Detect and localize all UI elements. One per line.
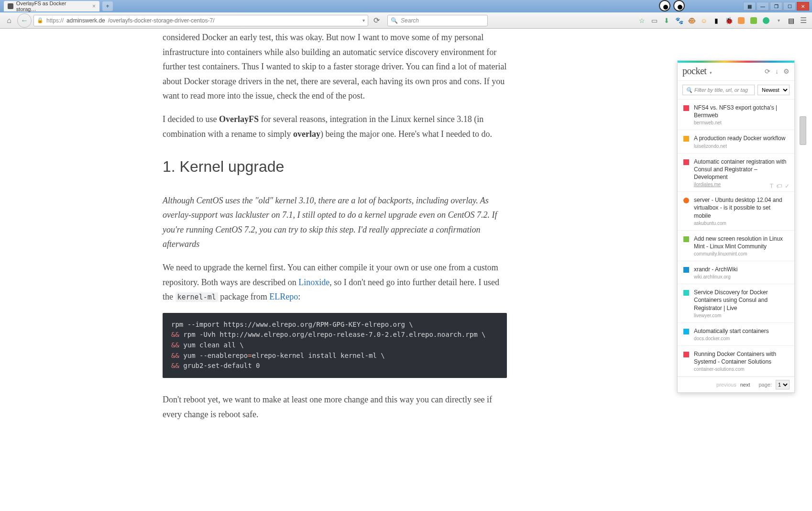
extension-icon-7[interactable] (750, 17, 757, 24)
downloads-button[interactable]: ⬇ (661, 15, 672, 26)
pocket-list-item[interactable]: NFS4 vs. NFS3 export gotcha's | Bermwebb… (678, 100, 794, 130)
new-tab-button[interactable]: + (102, 1, 113, 11)
article-para-2-note: Although CentOS uses the "old" kernel 3.… (163, 193, 507, 252)
pocket-list-item[interactable]: Add new screen resolution in Linux Mint … (678, 231, 794, 261)
article-para-1a: considered Docker an early test, this wa… (163, 30, 507, 103)
window-minimize-button[interactable]: — (757, 2, 769, 11)
navigation-toolbar: ⌂ ← 🔒 https://adminswerk.de/overlayfs-do… (0, 12, 812, 29)
pocket-filter-input[interactable]: 🔍 Filter by title, url, or tag (682, 85, 755, 95)
pocket-list-item[interactable]: Service Discovery for Docker Containers … (678, 284, 794, 323)
pocket-list-item[interactable]: Automatic container registration with Co… (678, 154, 794, 192)
pocket-logo: pocket ▾ (682, 66, 712, 77)
extension-icon-2[interactable]: 🐵 (686, 15, 697, 26)
article-body: considered Docker an early test, this wa… (163, 30, 507, 422)
window-restore-button[interactable]: ❐ (770, 2, 782, 11)
inline-code-kernel-ml: kernel-ml (176, 292, 218, 302)
pocket-item-title: NFS4 vs. NFS3 export gotcha's | Bermweb (694, 104, 789, 119)
url-path: /overlayfs-docker-storage-driver-centos-… (108, 17, 215, 24)
pocket-item-domain: community.linuxmint.com (694, 251, 789, 256)
pocket-footer: previous next page: 1 (678, 377, 794, 392)
extension-icon-5[interactable]: 🐞 (723, 15, 735, 26)
extension-icon-1[interactable]: 🐾 (673, 15, 685, 26)
pocket-sort-select[interactable]: Newest (757, 85, 790, 95)
code-block-kernel-install: rpm --import https://www.elrepo.org/RPM-… (163, 313, 507, 378)
tab-title: OverlayFS as Docker storag… (16, 0, 87, 12)
pocket-page-label: page: (758, 382, 772, 388)
page-content: considered Docker an early test, this wa… (0, 30, 812, 511)
pocket-item-swatch (683, 352, 689, 357)
pocket-header: pocket ▾ ⟳ ↓ ⚙ (678, 63, 794, 81)
reload-button[interactable]: ⟳ (370, 14, 383, 27)
home-button[interactable]: ⌂ (3, 14, 15, 27)
tab-groups-button[interactable]: ▦ (743, 2, 756, 11)
window-tab-strip: OverlayFS as Docker storag… × + ▦ — ❐ ☐ … (0, 0, 812, 12)
pocket-tag-icon[interactable]: 🏷 (776, 183, 782, 189)
extension-icon-6[interactable] (738, 17, 745, 24)
search-bar[interactable]: 🔍 Search (387, 15, 488, 26)
pocket-refresh-icon[interactable]: ⟳ (765, 67, 770, 75)
sidebar-button[interactable]: ▤ (785, 15, 797, 26)
extension-icon-8[interactable] (763, 17, 769, 24)
pocket-item-title: Automatic container registration with Co… (694, 158, 789, 181)
pocket-list-item[interactable]: server - Ubuntu desktop 12.04 and virtua… (678, 192, 794, 231)
pocket-settings-icon[interactable]: ⚙ (783, 67, 790, 75)
article-para-3: We need to upgrade the kernel first. You… (163, 260, 507, 304)
pocket-prev-link[interactable]: previous (716, 382, 736, 388)
pocket-page-select[interactable]: 1 (776, 380, 790, 389)
url-protocol: https:// (46, 17, 64, 24)
pocket-download-icon[interactable]: ↓ (775, 67, 779, 75)
tab-favicon (8, 3, 13, 9)
pocket-item-swatch (683, 198, 689, 203)
pocket-filter-row: 🔍 Filter by title, url, or tag Newest (678, 81, 794, 100)
article-para-1b: I decided to use OverlayFS for several r… (163, 112, 507, 141)
pocket-text-icon[interactable]: T (770, 183, 773, 189)
url-bar[interactable]: 🔒 https://adminswerk.de/overlayfs-docker… (33, 15, 368, 26)
extension-dropdown-icon[interactable]: ▾ (773, 15, 784, 26)
search-icon: 🔍 (686, 87, 692, 93)
scrollbar-thumb[interactable] (800, 116, 806, 145)
window-close-button[interactable]: ✕ (797, 2, 809, 11)
pocket-check-icon[interactable]: ✓ (785, 183, 790, 189)
article-heading-kernel-upgrade: 1. Kernel upgrade (163, 154, 507, 179)
url-domain: adminswerk.de (66, 17, 105, 24)
pocket-item-domain: bermweb.net (694, 120, 789, 125)
link-elrepo[interactable]: ELRepo (269, 292, 298, 301)
hamburger-menu-button[interactable]: ☰ (798, 15, 809, 26)
extension-icon-3[interactable]: ☺ (698, 15, 710, 26)
pocket-item-swatch (683, 267, 689, 273)
pocket-item-title: xrandr - ArchWiki (694, 266, 789, 273)
pocket-item-swatch (683, 105, 689, 111)
window-maximize-button[interactable]: ☐ (783, 2, 796, 11)
pocket-panel: pocket ▾ ⟳ ↓ ⚙ 🔍 Filter by title, url, o… (677, 60, 795, 393)
pocket-item-domain: livewyer.com (694, 313, 789, 318)
pocket-item-domain: askubuntu.com (694, 221, 789, 226)
pocket-item-domain: docs.docker.com (694, 336, 789, 341)
pocket-list-item[interactable]: Running Docker Containers with Systemd -… (678, 346, 794, 377)
pocket-list-item[interactable]: xrandr - ArchWikiwiki.archlinux.org (678, 261, 794, 284)
pocket-item-title: A production ready Docker workflow (694, 134, 789, 142)
link-linoxide[interactable]: Linoxide (298, 278, 329, 287)
bookmark-star-button[interactable]: ☆ (636, 15, 647, 26)
tab-close-icon[interactable]: × (92, 3, 96, 10)
pocket-item-title: Add new screen resolution in Linux Mint … (694, 235, 789, 250)
pocket-list: NFS4 vs. NFS3 export gotcha's | Bermwebb… (678, 100, 794, 377)
pocket-item-swatch (683, 290, 689, 296)
pocket-next-link[interactable]: next (740, 382, 750, 388)
pocket-item-title: Automatically start containers (694, 327, 789, 335)
article-para-4: Don't reboot yet, we want to make at lea… (163, 392, 507, 422)
pocket-item-swatch (683, 236, 689, 242)
url-dropdown-icon[interactable]: ▾ (362, 18, 365, 23)
back-button[interactable]: ← (17, 13, 32, 28)
pocket-item-swatch (683, 159, 689, 165)
pocket-list-item[interactable]: A production ready Docker workflowluisel… (678, 130, 794, 153)
search-icon: 🔍 (391, 17, 398, 24)
pocket-item-swatch (683, 329, 689, 334)
search-placeholder: Search (401, 17, 419, 24)
browser-tab[interactable]: OverlayFS as Docker storag… × (4, 1, 99, 11)
extension-icon-4[interactable]: ▮ (711, 15, 722, 26)
pocket-list-item[interactable]: Automatically start containersdocs.docke… (678, 323, 794, 346)
lock-icon: 🔒 (37, 17, 44, 23)
reader-view-button[interactable]: ▭ (648, 15, 660, 26)
pocket-item-domain: wiki.archlinux.org (694, 274, 789, 279)
persona-decoration (654, 0, 692, 12)
